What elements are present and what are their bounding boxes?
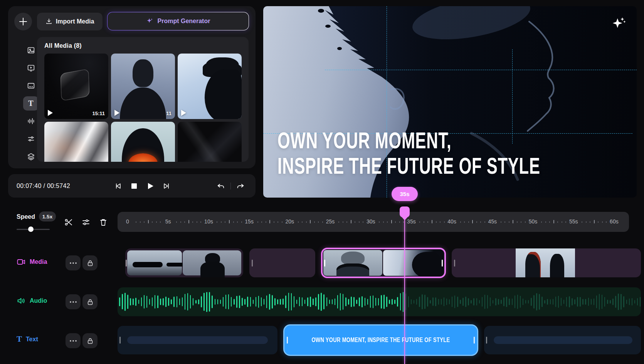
image-icon[interactable] [23, 43, 39, 57]
text-track-label: T Text [17, 335, 38, 343]
ruler-minor-tick [233, 221, 234, 223]
waveform-bar [394, 300, 395, 304]
adjust-sliders-icon[interactable] [23, 132, 39, 146]
speed-slider[interactable] [17, 226, 50, 232]
liquid-chrome-clip[interactable] [44, 122, 108, 162]
ruler-minor-tick [266, 221, 266, 223]
waveform-bar [541, 297, 543, 307]
ruler-minor-tick [277, 221, 278, 223]
ruler-minor-tick [517, 221, 518, 223]
waveform-bar [127, 295, 128, 309]
ruler-minor-tick [160, 221, 161, 223]
clip-trim-handle[interactable] [454, 260, 455, 267]
prompt-generator-button[interactable]: Prompt Generator [107, 12, 249, 30]
stop-button[interactable] [129, 181, 139, 191]
vr-headset-clip[interactable]: 15:11 [178, 54, 242, 119]
preview-text-overlay[interactable]: OWN YOUR MOMENT, INSPIRE THE FUTURE OF S… [277, 128, 540, 179]
waveform-bar [473, 298, 474, 306]
waveform-bar [528, 300, 529, 303]
clip-trim-handle-left[interactable] [324, 260, 325, 267]
split-scissors-button[interactable] [64, 217, 75, 228]
waveform-bar [444, 297, 445, 306]
waveform-bar [629, 299, 630, 305]
waveform-bar [416, 299, 417, 305]
import-media-label: Import Media [56, 18, 94, 25]
media-track-options-button[interactable] [66, 255, 81, 270]
audio-track-options-button[interactable] [66, 294, 81, 309]
text-icon[interactable]: T [23, 96, 39, 111]
video-icon[interactable] [23, 61, 39, 75]
adjust-button[interactable] [81, 217, 92, 228]
play-button[interactable] [145, 181, 155, 191]
ruler-minor-tick [395, 221, 396, 223]
media-clip-3-selected[interactable] [321, 248, 446, 278]
clip-trim-handle-left[interactable] [287, 337, 288, 344]
preview-canvas[interactable]: OWN YOUR MOMENT, INSPIRE THE FUTURE OF S… [263, 6, 637, 198]
waveform-bar [217, 299, 219, 305]
media-track-lock-button[interactable] [82, 255, 98, 270]
overlay-line-1: OWN YOUR MOMENT, [277, 128, 540, 153]
media-clip-2[interactable] [249, 248, 315, 277]
clip-trim-handle-right[interactable] [474, 337, 475, 344]
text-clip-1[interactable] [118, 326, 277, 354]
text-clip-3[interactable] [484, 326, 641, 354]
waveform-bar [304, 300, 306, 304]
text-track-icon: T [17, 335, 22, 343]
ruler-minor-tick [306, 221, 307, 223]
helmet-visor-clip[interactable] [111, 122, 175, 162]
waveform-bar [503, 297, 504, 307]
clip-trim-handle[interactable] [126, 260, 127, 267]
media-clip-1-thumb-controller [127, 250, 182, 275]
speed-value-badge[interactable]: 1.5x [39, 211, 56, 221]
playhead-handle[interactable] [400, 206, 410, 217]
text-clip-2-active[interactable]: OWN YOUR MOMENT, INSPIRE THE FUTURE OF S… [283, 324, 478, 356]
ai-sparkle-button[interactable] [611, 15, 628, 32]
captions-icon[interactable] [23, 79, 39, 93]
import-media-button[interactable]: Import Media [37, 13, 103, 30]
waveform-bar [144, 295, 145, 308]
ruler-minor-tick [501, 221, 501, 223]
audio-wave-icon[interactable] [23, 114, 39, 128]
ruler-minor-tick [476, 221, 477, 223]
text-track-lock-button[interactable] [82, 333, 98, 348]
delete-button[interactable] [99, 217, 109, 228]
audio-track-lock-button[interactable] [82, 294, 98, 309]
waveform-bar [460, 300, 461, 304]
text-track-options-button[interactable] [66, 333, 81, 348]
clip-trim-handle-right[interactable] [442, 260, 443, 267]
undo-button[interactable] [216, 181, 226, 191]
waveform-bar [438, 299, 439, 304]
dark-abstract-clip[interactable] [178, 122, 242, 162]
waveform-bar [124, 293, 126, 310]
clip-trim-handle[interactable] [486, 337, 487, 344]
redo-button[interactable] [235, 181, 245, 191]
ruler-minor-tick [484, 221, 485, 223]
media-clip-4[interactable] [452, 248, 641, 277]
portrait-glasses-clip[interactable]: 15:11 [111, 54, 175, 119]
ruler-minor-tick [545, 221, 546, 223]
esc-keycap-clip[interactable]: 15:11 [44, 54, 108, 119]
clip-trim-handle[interactable] [119, 337, 121, 344]
waveform-bar [618, 294, 619, 310]
ruler-minor-tick [241, 221, 242, 223]
waveform-bar [378, 298, 379, 305]
waveform-bar [356, 300, 357, 304]
layers-icon[interactable] [23, 149, 39, 164]
timeline-ruler[interactable]: 05s10s15s20s25s30s35s40s45s50s55s60s [118, 212, 629, 232]
skip-back-button[interactable] [113, 181, 123, 191]
waveform-bar [261, 297, 262, 306]
audio-clip-waveform[interactable] [118, 287, 641, 316]
add-media-button[interactable] [14, 13, 32, 30]
speed-slider-knob[interactable] [28, 226, 34, 232]
playback-bar: 00:07:40 / 00:5742 [8, 174, 256, 198]
waveform-bar [307, 297, 308, 306]
ellipsis-icon [69, 301, 77, 303]
ruler-minor-tick [225, 221, 225, 223]
clip-trim-handle[interactable] [252, 260, 253, 267]
skip-forward-button[interactable] [161, 181, 172, 191]
waveform-bar [345, 297, 346, 307]
playhead-time-badge[interactable]: 35s [392, 187, 418, 201]
media-clip-1[interactable] [125, 248, 243, 277]
waveform-bar [190, 295, 191, 309]
history-controls [216, 181, 245, 191]
